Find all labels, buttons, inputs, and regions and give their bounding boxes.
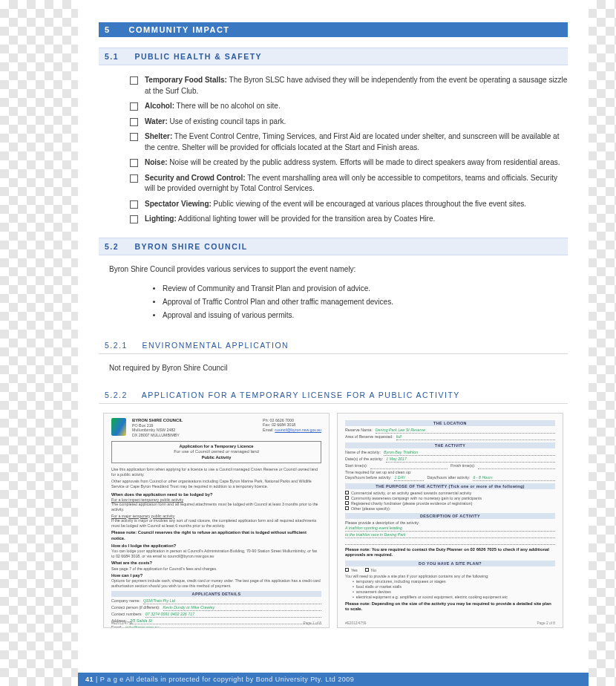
subsection-5-2-header: 5.2 BYRON SHIRE COUNCIL (99, 238, 568, 255)
bullets-5-2: Review of Community and Transit Plan and… (99, 278, 568, 327)
checklist-item: Shelter: The Event Control Centre, Timin… (130, 129, 568, 155)
checklist-text: Public viewing of the event will be enco… (212, 200, 526, 208)
checklist-text: Use of existing council taps in park. (168, 117, 286, 125)
checklist-item: Alcohol: There will be no alcohol on sit… (130, 99, 568, 114)
paragraph-5-2: Byron Shire Council provides various ser… (99, 255, 568, 278)
subsection-5-2-1-header: 5.2.1 ENVIRONMENTAL APPLICATION (99, 337, 568, 354)
subsubsection-title: ENVIRONMENTAL APPLICATION (142, 341, 289, 350)
subsection-title: BYRON SHIRE COUNCIL (134, 242, 247, 251)
checklist-item: Temporary Food Stalls: The Byron SLSC ha… (130, 73, 568, 99)
checklist-label: Security and Crowd Control: (145, 174, 246, 182)
checkbox-icon (365, 568, 369, 572)
form-page-2: THE LOCATION Reserve Name:Dening Park Le… (337, 413, 563, 628)
checklist-text: There will be no alcohol on site. (174, 102, 281, 110)
form-section-purpose: THE PURPOSE OF THE ACTIVITY (Tick one or… (345, 483, 555, 489)
council-contact-block: Ph: 02 6626 7000 Fax: 02 6684 3018 Email… (263, 418, 321, 433)
checkbox-icon (345, 506, 349, 510)
checkbox-icon (345, 491, 349, 494)
subsection-number: 5.1 (105, 52, 131, 61)
checklist-label: Temporary Food Stalls: (145, 76, 227, 84)
checkbox-icon (345, 501, 349, 505)
checklist-label: Alcohol: (145, 102, 174, 110)
org-name: BYRON SHIRE COUNCIL (132, 418, 183, 422)
document-page: 5 COMMUNITY IMPACT 5.1 PUBLIC HEALTH & S… (78, 0, 589, 686)
page-label: | P a g e (94, 676, 124, 683)
form-section-applicants: APPLICANTS DETAILS (111, 591, 321, 597)
page-footer: 41 | P a g e All details in protected fo… (78, 673, 589, 686)
section-5-header: 5 COMMUNITY IMPACT (99, 22, 568, 37)
subsection-title: PUBLIC HEALTH & SAFETY (134, 52, 262, 61)
checkbox-icon (345, 496, 349, 500)
checklist-label: Lighting: (145, 215, 177, 223)
embedded-forms-row: BYRON SHIRE COUNCIL PO Box 219 Mullumbim… (99, 404, 568, 628)
checklist-label: Spectator Viewing: (145, 200, 212, 208)
subsection-5-2-2-header: 5.2.2 APPLICATION FOR A TEMPORARY LICENS… (99, 387, 568, 404)
section-number: 5 (105, 25, 125, 34)
paragraph-5-2-1: Not required by Byron Shire Council (99, 354, 568, 376)
checklist-item: Noise: Noise will be created by the publ… (130, 155, 568, 171)
form-title-box: Application for a Temporary Licence For … (111, 441, 321, 464)
checklist-text: The Event Control Centre, Timing Service… (145, 132, 559, 151)
checklist-item: Security and Crowd Control: The event ma… (130, 171, 568, 197)
checklist-item: Lighting: Additional lighting tower will… (130, 212, 568, 227)
page-number: 41 (85, 676, 94, 683)
council-address-block: BYRON SHIRE COUNCIL PO Box 219 Mullumbim… (132, 418, 183, 438)
checklist-text: Noise will be created by the public addr… (168, 158, 560, 166)
form-section-location: THE LOCATION (345, 420, 555, 426)
bullet-item: Approval of Traffic Control Plan and oth… (163, 295, 568, 309)
section-title: COMMUNITY IMPACT (129, 25, 230, 34)
bullet-item: Approval and issuing of various permits. (163, 309, 568, 322)
copyright-text: All details in protected for copyright b… (124, 676, 354, 683)
subsubsection-number: 5.2.1 (105, 341, 139, 350)
checklist-item: Spectator Viewing: Public viewing of the… (130, 197, 568, 212)
form-section-activity: THE ACTIVITY (345, 442, 555, 448)
subsubsection-number: 5.2.2 (105, 391, 139, 399)
checkbox-icon (345, 568, 349, 572)
council-logo (111, 418, 126, 436)
bullet-item: Review of Community and Transit Plan and… (163, 282, 568, 295)
form-page-1: BYRON SHIRE COUNCIL PO Box 219 Mullumbim… (103, 413, 330, 628)
checklist-label: Noise: (145, 158, 168, 166)
subsubsection-title: APPLICATION FOR A TEMPORARY LICENSE FOR … (142, 391, 460, 399)
checklist-text: Additional lighting tower will be provid… (177, 215, 436, 223)
health-safety-checklist: Temporary Food Stalls: The Byron SLSC ha… (99, 65, 568, 227)
subsection-5-1-header: 5.1 PUBLIC HEALTH & SAFETY (99, 48, 568, 65)
checklist-item: Water: Use of existing council taps in p… (130, 114, 568, 130)
subsection-number: 5.2 (105, 242, 131, 251)
checklist-label: Shelter: (145, 132, 172, 140)
checklist-label: Water: (145, 117, 168, 125)
form-section-siteplan: DO YOU HAVE A SITE PLAN? (345, 561, 555, 566)
form-section-description: DESCRIPTION OF ACTIVITY (345, 513, 555, 519)
